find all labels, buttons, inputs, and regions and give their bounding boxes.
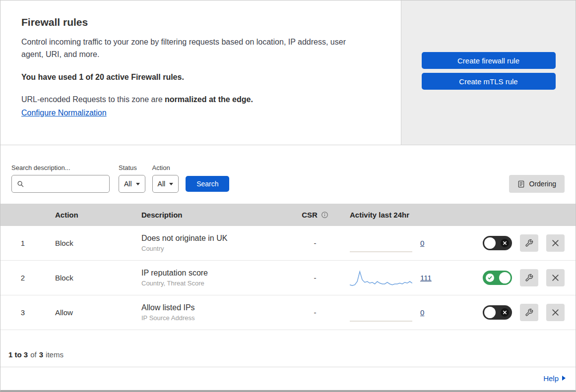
delete-rule-button[interactable] xyxy=(546,269,565,286)
table-header: Action Description CSR Activity last 24h… xyxy=(0,204,576,226)
action-filter-value: All xyxy=(158,180,166,188)
search-button[interactable]: Search xyxy=(186,176,229,192)
items-summary: 1 to 3 of 3 items xyxy=(0,330,576,367)
status-filter-select[interactable]: All xyxy=(119,175,145,193)
help-link[interactable]: Help xyxy=(543,374,566,383)
status-filter-label: Status xyxy=(119,164,145,171)
help-label: Help xyxy=(543,374,559,383)
x-icon xyxy=(503,310,507,315)
rule-description: Does not originate in UK xyxy=(141,234,290,243)
page-title: Firewall rules xyxy=(21,16,380,28)
rule-enabled-toggle[interactable] xyxy=(483,271,512,285)
delete-rule-button[interactable] xyxy=(546,234,565,252)
filters-bar: Search description... Status All Action … xyxy=(0,145,576,204)
items-range: 1 to 3 xyxy=(8,350,28,359)
intro-card: Firewall rules Control incoming traffic … xyxy=(0,0,401,145)
cta-panel: Create firewall rule Create mTLS rule xyxy=(401,0,576,145)
activity-sparkline xyxy=(350,268,412,288)
col-csr: CSR xyxy=(290,211,340,219)
rule-activity-cell: 0 xyxy=(340,233,468,254)
rule-description-cell: Does not originate in UK Country xyxy=(130,234,290,252)
rule-activity-cell: 0 xyxy=(340,302,468,323)
ordering-button[interactable]: Ordering xyxy=(509,175,565,193)
action-filter-group: Action All xyxy=(152,164,179,193)
edit-rule-button[interactable] xyxy=(520,304,538,321)
rule-csr: - xyxy=(290,308,340,317)
page-description: Control incoming traffic to your zone by… xyxy=(21,36,369,61)
activity-count-link[interactable]: 0 xyxy=(420,239,424,247)
col-description: Description xyxy=(130,211,290,219)
status-filter-value: All xyxy=(124,180,132,188)
activity-sparkline xyxy=(350,302,412,323)
wrench-icon xyxy=(525,308,533,317)
rule-action: Allow xyxy=(45,308,130,317)
rule-csr: - xyxy=(290,239,340,247)
close-icon xyxy=(552,239,559,247)
rule-controls xyxy=(468,234,576,252)
items-of-text: of xyxy=(30,350,37,359)
normalization-text: URL-encoded Requests to this zone are xyxy=(21,95,165,104)
toggle-state-icon xyxy=(486,274,494,282)
activity-count-link[interactable]: 111 xyxy=(420,274,432,282)
delete-rule-button[interactable] xyxy=(546,304,565,321)
close-icon xyxy=(552,309,559,316)
rule-action: Block xyxy=(45,274,130,282)
chevron-right-icon xyxy=(562,376,566,381)
firewall-rules-page: Firewall rules Control incoming traffic … xyxy=(0,0,576,392)
search-icon xyxy=(17,180,24,188)
edit-rule-button[interactable] xyxy=(520,269,538,286)
rule-description: IP reputation score xyxy=(141,269,290,278)
normalization-bold-text: normalized at the edge. xyxy=(165,95,253,104)
search-input[interactable] xyxy=(28,180,104,188)
rule-priority: 3 xyxy=(0,308,45,317)
normalization-note: URL-encoded Requests to this zone are no… xyxy=(21,95,380,104)
create-firewall-rule-button[interactable]: Create firewall rule xyxy=(422,52,556,69)
info-icon[interactable] xyxy=(321,211,328,219)
table-row: 2 Block IP reputation score Country, Thr… xyxy=(0,261,576,295)
activity-sparkline xyxy=(350,233,412,254)
close-icon xyxy=(552,274,559,281)
edit-rule-button[interactable] xyxy=(520,234,538,252)
rule-priority: 1 xyxy=(0,239,45,247)
rule-enabled-toggle[interactable] xyxy=(483,305,512,320)
status-filter-group: Status All xyxy=(119,164,145,193)
chevron-down-icon xyxy=(136,183,140,185)
ordering-label: Ordering xyxy=(529,180,556,188)
create-mtls-rule-button[interactable]: Create mTLS rule xyxy=(422,73,556,90)
toggle-knob xyxy=(484,307,496,318)
rule-csr: - xyxy=(290,274,340,282)
col-csr-label: CSR xyxy=(302,211,318,219)
toggle-knob xyxy=(499,272,511,283)
rule-activity-cell: 111 xyxy=(340,268,468,288)
items-total: 3 xyxy=(39,350,43,359)
toggle-knob xyxy=(484,237,496,249)
rule-criteria: IP Source Address xyxy=(141,314,290,322)
check-icon xyxy=(487,275,493,280)
rule-enabled-toggle[interactable] xyxy=(483,236,512,250)
configure-normalization-link[interactable]: Configure Normalization xyxy=(21,109,107,117)
rule-description: Allow listed IPs xyxy=(141,303,290,312)
wrench-icon xyxy=(525,239,533,247)
usage-summary: You have used 1 of 20 active Firewall ru… xyxy=(21,73,380,82)
rule-action: Block xyxy=(45,239,130,247)
action-filter-label: Action xyxy=(152,164,179,171)
table-row: 1 Block Does not originate in UK Country… xyxy=(0,226,576,261)
chevron-down-icon xyxy=(169,183,173,185)
col-activity: Activity last 24hr xyxy=(340,211,468,219)
page-header-section: Firewall rules Control incoming traffic … xyxy=(0,0,576,145)
col-action: Action xyxy=(45,211,130,219)
rule-description-cell: IP reputation score Country, Threat Scor… xyxy=(130,269,290,287)
activity-count-link[interactable]: 0 xyxy=(420,308,424,317)
search-group: Search description... xyxy=(11,164,110,193)
action-filter-select[interactable]: All xyxy=(152,175,179,193)
x-icon xyxy=(503,241,507,245)
rule-priority: 2 xyxy=(0,274,45,282)
search-label: Search description... xyxy=(11,164,110,171)
wrench-icon xyxy=(525,274,533,282)
help-bar: Help xyxy=(0,367,576,389)
toggle-state-icon xyxy=(501,239,509,247)
rule-criteria: Country xyxy=(141,245,290,252)
table-row: 3 Allow Allow listed IPs IP Source Addre… xyxy=(0,295,576,330)
rule-criteria: Country, Threat Score xyxy=(141,280,290,287)
items-label: items xyxy=(46,350,64,359)
